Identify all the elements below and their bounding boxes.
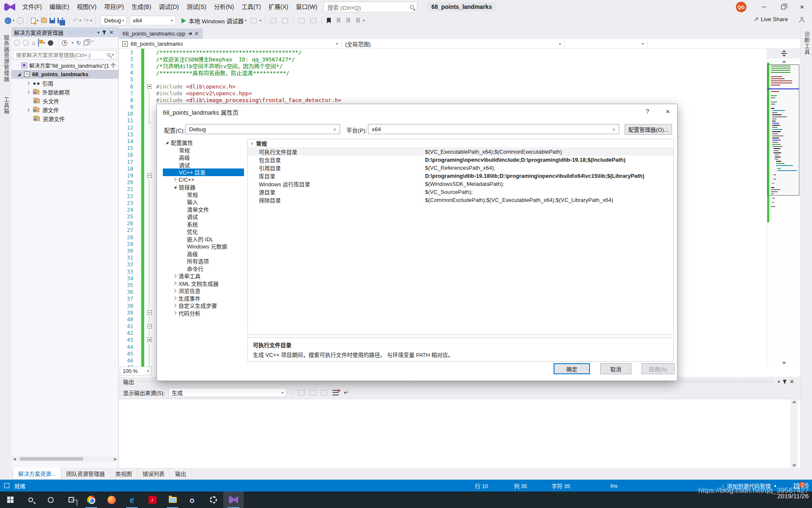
- dialog-tree-item-8[interactable]: 输入: [163, 198, 244, 206]
- fold-collapse-box[interactable]: [147, 324, 152, 329]
- fold-margin[interactable]: [144, 330, 154, 337]
- sync-with-active-document-icon[interactable]: [48, 40, 53, 46]
- fold-margin[interactable]: [144, 124, 154, 131]
- dialog-titlebar[interactable]: 68_points_landmarks 属性页: [157, 104, 677, 120]
- taskbar-visual-studio-button[interactable]: [223, 491, 244, 508]
- tree-item-resource-files[interactable]: 资源文件: [11, 114, 118, 123]
- pin-icon[interactable]: [189, 33, 192, 34]
- dialog-tree-item-23[interactable]: 代码分析: [163, 309, 244, 317]
- property-row-0[interactable]: 可执行文件目录$(VC_ExecutablePath_x64);$(Common…: [248, 148, 673, 156]
- fold-margin[interactable]: [144, 316, 154, 323]
- fold-margin[interactable]: [144, 138, 154, 144]
- taskbar-cortana-button[interactable]: [41, 491, 61, 508]
- previous-bookmark-button[interactable]: [334, 15, 343, 26]
- word-wrap-icon[interactable]: ↵: [344, 389, 348, 396]
- back-button[interactable]: ←: [14, 40, 20, 46]
- dialog-tree-item-1[interactable]: 常规: [163, 146, 244, 154]
- status-line[interactable]: 行 10: [475, 480, 488, 491]
- pin-button[interactable]: [784, 380, 785, 384]
- menu-item-0[interactable]: 文件(F): [19, 0, 46, 14]
- taskbar-task-view-button[interactable]: [61, 491, 81, 508]
- refresh-icon[interactable]: ↻: [77, 40, 81, 46]
- fold-margin[interactable]: [144, 227, 154, 234]
- close-panel-button[interactable]: ✕: [109, 30, 114, 35]
- home-icon[interactable]: ⌂: [32, 40, 35, 46]
- dialog-tree-item-19[interactable]: XML 文档生成器: [163, 280, 244, 287]
- taskbar-settings-button[interactable]: [203, 491, 223, 508]
- save-button[interactable]: [48, 15, 56, 26]
- fold-margin[interactable]: [144, 213, 154, 220]
- indent-increase-button[interactable]: [307, 15, 319, 26]
- status-character[interactable]: 字符 35: [551, 480, 570, 491]
- property-row-3[interactable]: 库目录D:\programing\dlib-19.18\lib;D:\progr…: [248, 172, 673, 180]
- fold-margin[interactable]: [144, 357, 154, 364]
- dialog-tree-item-15[interactable]: 高级: [163, 250, 244, 258]
- previous-message-icon[interactable]: [310, 390, 316, 395]
- indent-decrease-button[interactable]: [296, 15, 307, 26]
- clear-all-icon[interactable]: [332, 390, 339, 395]
- bottom-tab-2[interactable]: 类视图: [110, 468, 137, 479]
- fold-margin[interactable]: [144, 110, 154, 117]
- dialog-tree-item-21[interactable]: 生成事件: [163, 295, 244, 302]
- find-message-icon[interactable]: [298, 390, 304, 395]
- menu-item-2[interactable]: 视图(V): [73, 0, 101, 14]
- dialog-tree-item-12[interactable]: 优化: [163, 228, 244, 235]
- dialog-tree-item-20[interactable]: 浏览信息: [163, 287, 244, 295]
- fold-margin[interactable]: [144, 309, 154, 316]
- collapsed-arrow-icon[interactable]: [26, 90, 30, 94]
- property-value[interactable]: D:\programing\dlib-19.18\lib;D:\programi…: [421, 173, 673, 179]
- dialog-tree-item-16[interactable]: 所有选项: [163, 257, 244, 265]
- fold-margin[interactable]: [144, 83, 154, 90]
- attach-debugger-button[interactable]: ▾: [248, 15, 263, 26]
- fold-margin[interactable]: [144, 234, 154, 240]
- cancel-button[interactable]: 取消: [600, 363, 631, 374]
- taskbar-edge-button[interactable]: e: [122, 491, 142, 508]
- dialog-tree-item-18[interactable]: 清单工具: [163, 272, 244, 280]
- window-position-dropdown[interactable]: ▾: [97, 30, 99, 35]
- dialog-tree-item-14[interactable]: Windows 元数据: [163, 243, 244, 250]
- horizontal-scrollbar[interactable]: ◀ ▶: [11, 456, 118, 462]
- dialog-tree-item-3[interactable]: 调试: [163, 161, 244, 169]
- forward-button[interactable]: →: [23, 40, 29, 46]
- account-avatar[interactable]: QG: [736, 2, 746, 12]
- fold-margin[interactable]: [144, 179, 154, 186]
- project-dropdown[interactable]: + 68_points_landmarks ▾: [119, 39, 342, 48]
- dialog-tree-item-22[interactable]: 自定义生成步骤: [163, 302, 244, 309]
- dialog-tree-item-2[interactable]: 高级: [163, 154, 244, 161]
- fold-margin[interactable]: [144, 295, 154, 302]
- tab-server-explorer[interactable]: 服务器资源管理器: [0, 30, 12, 86]
- bottom-tab-1[interactable]: 团队资源管理器: [61, 468, 110, 479]
- scroll-up-icon[interactable]: [792, 400, 796, 403]
- fold-margin[interactable]: [144, 62, 154, 69]
- ok-button[interactable]: 确定: [554, 363, 590, 374]
- vertical-scrollbar[interactable]: [790, 399, 798, 468]
- step-into-button[interactable]: [267, 15, 279, 26]
- fold-margin[interactable]: [144, 55, 154, 62]
- navigate-back-button[interactable]: ←▾: [3, 15, 16, 26]
- quick-search-box[interactable]: 搜索 (Ctrl+Q): [324, 2, 417, 12]
- property-value[interactable]: D:\programing\opencv\build\include;D:\pr…: [421, 157, 673, 163]
- property-row-4[interactable]: Windows 运行库目录$(WindowsSDK_MetadataPath);: [248, 180, 673, 188]
- bottom-tab-3[interactable]: 错误列表: [137, 468, 170, 479]
- fold-margin[interactable]: [144, 350, 154, 357]
- output-content[interactable]: [119, 399, 801, 468]
- collapsed-arrow-icon[interactable]: [173, 178, 176, 181]
- fold-margin[interactable]: [144, 289, 154, 295]
- fold-margin[interactable]: [144, 254, 154, 261]
- fold-margin[interactable]: [144, 158, 154, 165]
- fold-margin[interactable]: [144, 117, 154, 124]
- pin-button[interactable]: [104, 30, 105, 34]
- member-dropdown[interactable]: ▾: [565, 39, 647, 48]
- menu-item-10[interactable]: 窗口(W): [292, 0, 321, 14]
- restore-button[interactable]: [774, 0, 793, 14]
- bottom-tab-4[interactable]: 输出: [170, 468, 192, 479]
- fold-collapse-box[interactable]: [147, 310, 152, 315]
- fold-margin[interactable]: [144, 172, 154, 179]
- fold-margin[interactable]: [144, 247, 154, 254]
- dialog-platform-dropdown[interactable]: x64 ∨: [368, 124, 619, 134]
- fold-margin[interactable]: [144, 302, 154, 309]
- collapsed-arrow-icon[interactable]: [173, 311, 176, 315]
- step-over-button[interactable]: [279, 15, 291, 26]
- taskbar-start-button[interactable]: [0, 491, 20, 508]
- bottom-tab-0[interactable]: 解决方案资源...: [13, 468, 61, 480]
